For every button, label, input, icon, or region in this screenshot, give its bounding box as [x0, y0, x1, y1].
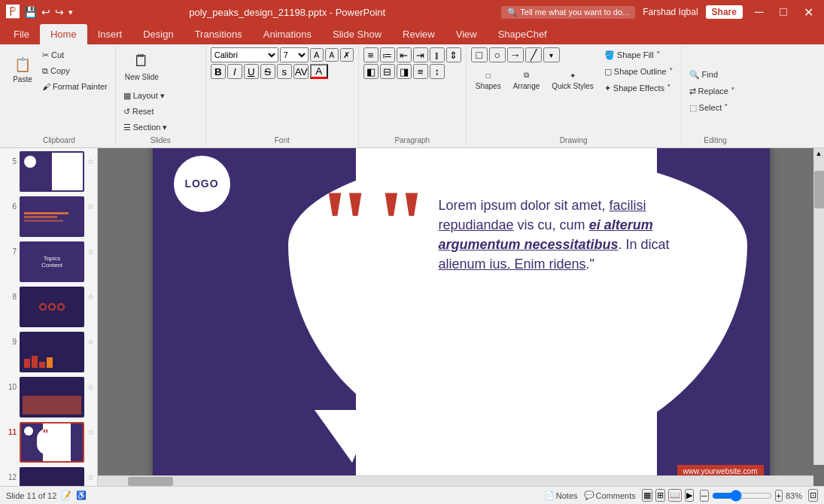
zoom-in-button[interactable]: + — [775, 490, 783, 502]
align-right-button[interactable]: ◨ — [397, 64, 412, 79]
font-size-decrease[interactable]: A — [325, 48, 339, 62]
copy-button[interactable]: ⧉ Copy — [39, 63, 111, 78]
zoom-slider[interactable] — [712, 491, 772, 500]
ribbon-group-drawing: □ ○ → ╱ ▾ □ Shapes ⧉ Arrange — [467, 46, 682, 146]
slide-preview-11[interactable]: " — [20, 422, 84, 463]
slide-preview-8[interactable] — [20, 287, 84, 327]
slide-thumb-5[interactable]: 5 ☆ — [3, 151, 94, 192]
spacing-button[interactable]: AV — [293, 64, 309, 79]
line-shape[interactable]: ╱ — [525, 47, 542, 62]
paste-button[interactable]: 📋 Paste — [8, 47, 38, 93]
tab-transitions[interactable]: Transitions — [184, 24, 253, 44]
quote-marks: " " — [318, 184, 418, 263]
tab-review[interactable]: Review — [392, 24, 445, 44]
layout-button[interactable]: ▦ Layout ▾ — [120, 88, 171, 103]
tab-slideshow[interactable]: Slide Show — [322, 24, 392, 44]
italic-button[interactable]: I — [227, 64, 242, 79]
slide-sorter-button[interactable]: ⊞ — [655, 489, 665, 502]
slide-thumb-11[interactable]: 11 " ☆ — [3, 422, 94, 463]
section-button[interactable]: ☰ Section ▾ — [120, 120, 171, 135]
arrow-shape[interactable]: → — [507, 47, 524, 62]
quick-styles-button[interactable]: ✦ Quick Styles — [547, 65, 598, 96]
slide-thumb-10[interactable]: 10 ☆ — [3, 377, 94, 417]
user-name[interactable]: Farshad Iqbal — [643, 7, 698, 17]
strikethrough-button[interactable]: S — [260, 64, 275, 79]
fit-slide-button[interactable]: ⊡ — [808, 489, 818, 502]
tab-home[interactable]: Home — [40, 24, 87, 44]
comments-button[interactable]: 💬 Comments — [584, 490, 636, 500]
redo-icon[interactable]: ↪ — [55, 6, 64, 18]
slide-thumb-12[interactable]: 12 Dark Slide ☆ — [3, 467, 94, 486]
bullets-button[interactable]: ≡ — [363, 47, 379, 62]
slide-thumb-8[interactable]: 8 ☆ — [3, 287, 94, 327]
slideshow-button[interactable]: ▶ — [685, 489, 694, 502]
slide-preview-5[interactable] — [20, 151, 84, 192]
reset-button[interactable]: ↺ Reset — [120, 104, 171, 119]
font-color-button[interactable]: A — [310, 64, 328, 79]
font-name-select[interactable]: Calibri — [211, 47, 278, 62]
tab-view[interactable]: View — [445, 24, 488, 44]
slide-preview-9[interactable] — [20, 332, 84, 372]
indent-decrease-button[interactable]: ⇤ — [397, 47, 412, 62]
save-icon[interactable]: 💾 — [24, 6, 37, 18]
undo-icon[interactable]: ↩ — [41, 6, 50, 18]
more-shapes[interactable]: ▾ — [543, 47, 560, 62]
shape-outline-button[interactable]: ▢ Shape Outline ˅ — [601, 64, 677, 79]
font-size-increase[interactable]: A — [310, 48, 324, 62]
tab-insert[interactable]: Insert — [87, 24, 133, 44]
slide-preview-12[interactable]: Dark Slide — [20, 467, 84, 486]
tab-animations[interactable]: Animations — [253, 24, 322, 44]
shapes-palette[interactable]: □ — [471, 47, 488, 62]
cut-button[interactable]: ✂ Cut — [39, 47, 111, 62]
zoom-out-button[interactable]: ─ — [700, 490, 709, 502]
find-button[interactable]: 🔍 Find — [686, 67, 721, 82]
shapes-button[interactable]: □ Shapes — [471, 65, 506, 96]
shadow-button[interactable]: s — [277, 64, 292, 79]
shape-fill-button[interactable]: 🪣 Shape Fill ˅ — [601, 47, 677, 62]
notes-button[interactable]: 📄 Notes — [544, 490, 578, 500]
arrange-button[interactable]: ⧉ Arrange — [509, 65, 545, 96]
slide-canvas[interactable]: LOGO " " Lorem ipsum dolor sit amet, fac… — [153, 148, 770, 475]
reading-view-button[interactable]: 📖 — [668, 489, 682, 502]
minimize-button[interactable]: ─ — [750, 4, 768, 20]
underline-button[interactable]: U — [244, 64, 259, 79]
customize-icon[interactable]: ▾ — [68, 8, 73, 17]
maximize-button[interactable]: □ — [775, 4, 792, 20]
new-slide-button[interactable]: 🗒 New Slide — [120, 47, 163, 85]
justify-button[interactable]: ≡ — [413, 64, 428, 79]
text-direction-button[interactable]: ⇕ — [446, 47, 461, 62]
slide-thumb-7[interactable]: 7 TopicsContent ☆ — [3, 241, 94, 282]
h-scroll-thumb[interactable] — [128, 477, 173, 486]
replace-button[interactable]: ⇄ Replace ˅ — [686, 83, 738, 99]
slide-thumb-9[interactable]: 9 ☆ — [3, 332, 94, 372]
normal-view-button[interactable]: ▦ — [642, 489, 652, 502]
v-scroll-thumb[interactable] — [814, 171, 824, 208]
website-badge: www.yourwebsite.com — [677, 465, 764, 476]
search-box[interactable]: 🔍 Tell me what you want to do... — [501, 6, 635, 19]
share-button[interactable]: Share — [706, 5, 743, 19]
font-size-select[interactable]: 7 — [280, 47, 309, 62]
tab-file[interactable]: File — [3, 24, 40, 44]
numbering-button[interactable]: ≔ — [380, 47, 395, 62]
align-left-button[interactable]: ◧ — [363, 64, 379, 79]
close-button[interactable]: ✕ — [799, 4, 818, 21]
scroll-up-arrow[interactable]: ▲ — [813, 148, 824, 159]
tab-shapechef[interactable]: ShapeChef — [488, 24, 558, 44]
line-spacing-button[interactable]: ↕ — [430, 64, 445, 79]
slide-preview-10[interactable] — [20, 377, 84, 417]
bold-button[interactable]: B — [211, 64, 226, 79]
v-scrollbar[interactable] — [813, 148, 824, 465]
align-center-button[interactable]: ⊟ — [380, 64, 395, 79]
clear-format-button[interactable]: ✗ — [340, 48, 354, 62]
slide-preview-6[interactable] — [20, 196, 84, 237]
indent-increase-button[interactable]: ⇥ — [413, 47, 428, 62]
oval-shape[interactable]: ○ — [489, 47, 506, 62]
columns-button[interactable]: ⫿ — [430, 47, 445, 62]
format-painter-button[interactable]: 🖌 Format Painter — [39, 79, 111, 94]
tab-design[interactable]: Design — [132, 24, 184, 44]
h-scrollbar[interactable] — [98, 475, 813, 486]
slide-preview-7[interactable]: TopicsContent — [20, 241, 84, 282]
shape-effects-button[interactable]: ✦ Shape Effects ˅ — [601, 80, 677, 96]
slide-thumb-6[interactable]: 6 ☆ — [3, 196, 94, 237]
select-button[interactable]: ⬚ Select ˅ — [686, 100, 732, 115]
